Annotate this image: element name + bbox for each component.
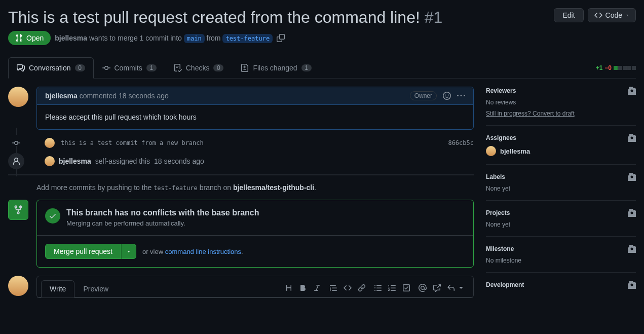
checks-count: 0 [213, 64, 223, 71]
checklist-icon [174, 64, 182, 72]
comment-discussion-icon [17, 64, 25, 72]
labels-empty: None yet [486, 185, 636, 192]
event-text: self-assigned this [95, 157, 150, 165]
tab-checks[interactable]: Checks 0 [165, 57, 233, 78]
pr-state-badge: Open [8, 31, 51, 45]
kebab-icon[interactable] [457, 92, 465, 100]
diffstat: +1 −0 [596, 64, 636, 71]
assignees-title[interactable]: Assignees [486, 134, 516, 141]
smiley-icon[interactable] [443, 92, 451, 100]
milestone-title[interactable]: Milestone [486, 245, 514, 252]
quote-icon[interactable] [329, 284, 337, 293]
merge-dropdown-button[interactable] [121, 244, 136, 259]
merge-box: This branch has no conflicts with the ba… [36, 200, 474, 268]
comment-box: bjellesma commented 18 seconds ago Owner… [36, 87, 474, 130]
merge-status-title: This branch has no conflicts with the ba… [66, 208, 259, 217]
gear-icon[interactable] [628, 281, 636, 289]
file-diff-icon [241, 64, 249, 72]
cross-reference-icon[interactable] [433, 284, 441, 293]
comment-time[interactable]: 18 seconds ago [119, 92, 169, 100]
comment-action: commented [80, 92, 117, 100]
files-count: 1 [301, 64, 312, 71]
gear-icon[interactable] [628, 245, 636, 253]
tab-commits[interactable]: Commits 1 [94, 57, 165, 78]
reply-icon[interactable] [447, 284, 465, 293]
pr-title: This is a test pull request created from… [8, 8, 442, 27]
assignee-avatar[interactable] [486, 146, 496, 156]
caret-down-icon [625, 13, 629, 17]
labels-title[interactable]: Labels [486, 173, 505, 180]
heading-icon[interactable] [285, 284, 293, 293]
code-button[interactable]: Code [588, 8, 636, 22]
base-branch-label[interactable]: main [184, 34, 205, 43]
list-ordered-icon[interactable] [388, 284, 396, 293]
head-branch-label[interactable]: test-feature [222, 34, 273, 43]
pr-meta: bjellesma wants to merge 1 commit into m… [55, 34, 273, 42]
compose-box: Write Preview [36, 276, 474, 298]
person-icon [8, 153, 24, 169]
check-icon [45, 208, 60, 224]
gear-icon[interactable] [628, 173, 636, 181]
event-time[interactable]: 18 seconds ago [154, 157, 204, 165]
comment-author-link[interactable]: bjellesma [45, 92, 78, 100]
italic-icon[interactable] [313, 284, 321, 293]
merge-button[interactable]: Merge pull request [45, 244, 121, 259]
comment-body: Please accept this pull request which to… [37, 105, 473, 129]
bold-icon[interactable] [299, 284, 307, 293]
pr-number: #1 [425, 8, 443, 26]
diffbar [614, 66, 636, 70]
cli-instructions-link[interactable]: command line instructions [165, 248, 241, 255]
event-author-link[interactable]: bjellesma [59, 157, 91, 165]
owner-badge: Owner [410, 91, 437, 100]
compose-tab-write[interactable]: Write [41, 280, 74, 298]
development-title[interactable]: Development [486, 281, 524, 288]
gear-icon[interactable] [628, 87, 636, 95]
avatar[interactable] [8, 87, 28, 107]
reviewers-empty: No reviews [486, 99, 636, 106]
merge-alt-text: or view command line instructions. [142, 248, 243, 255]
reviewers-title[interactable]: Reviewers [486, 87, 516, 94]
link-icon[interactable] [358, 284, 366, 293]
projects-empty: None yet [486, 221, 636, 228]
commit-avatar[interactable] [45, 138, 55, 148]
list-unordered-icon[interactable] [374, 284, 382, 293]
commits-count: 1 [146, 64, 157, 71]
milestone-empty: No milestone [486, 257, 636, 264]
conversation-count: 0 [75, 64, 85, 71]
git-pull-request-icon [15, 34, 23, 42]
code-icon [594, 11, 602, 19]
event-avatar[interactable] [45, 156, 55, 166]
merge-status-sub: Merging can be performed automatically. [66, 219, 259, 227]
code-icon[interactable] [344, 284, 352, 293]
tab-conversation[interactable]: Conversation 0 [8, 57, 94, 79]
git-commit-icon [102, 64, 110, 72]
git-merge-icon [8, 200, 28, 220]
gear-icon[interactable] [628, 134, 636, 142]
edit-button[interactable]: Edit [554, 8, 583, 22]
commit-message[interactable]: this is a test commit from a new branch [61, 139, 442, 146]
commit-sha[interactable]: 866cb5c [448, 139, 474, 146]
convert-to-draft-link[interactable]: Still in progress? Convert to draft [486, 110, 575, 117]
assignee-link[interactable]: bjellesma [500, 147, 530, 155]
mention-icon[interactable] [419, 284, 427, 293]
tab-files[interactable]: Files changed 1 [232, 57, 320, 78]
tasklist-icon[interactable] [402, 284, 410, 293]
copy-icon[interactable] [277, 34, 285, 42]
gear-icon[interactable] [628, 209, 636, 217]
projects-title[interactable]: Projects [486, 209, 510, 216]
compose-tab-preview[interactable]: Preview [74, 280, 117, 297]
push-hint: Add more commits by pushing to the test-… [36, 183, 474, 192]
pr-author-link[interactable]: bjellesma [55, 34, 87, 42]
compose-avatar[interactable] [8, 276, 28, 296]
